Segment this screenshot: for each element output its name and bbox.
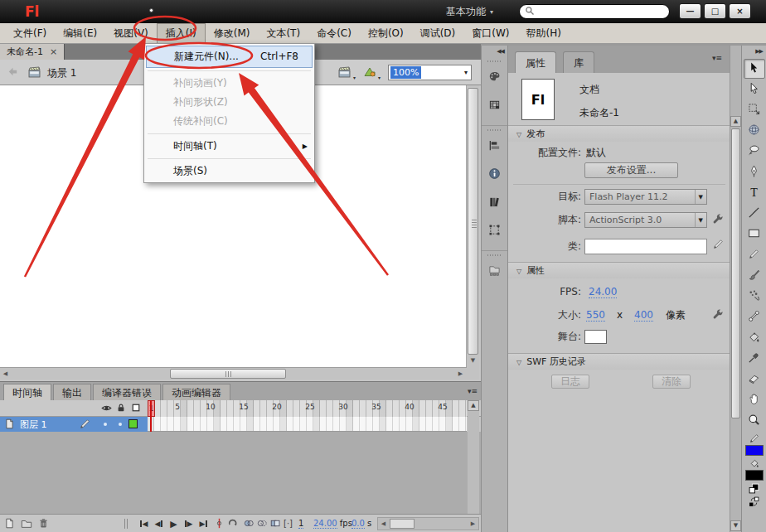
edit-symbols-icon[interactable] (363, 65, 377, 80)
menubar-item-2[interactable]: 视图(V) (105, 23, 157, 43)
brush-tool[interactable] (744, 266, 765, 286)
swatches-panel-button[interactable] (484, 95, 506, 117)
layer-outline-color-swatch[interactable] (128, 419, 138, 428)
class-input[interactable] (584, 239, 707, 254)
align-panel-button[interactable] (484, 136, 506, 157)
selection-tool[interactable] (744, 59, 765, 79)
zoom-tool[interactable] (744, 411, 765, 431)
3d-rotation-tool[interactable] (744, 121, 765, 141)
new-folder-button[interactable] (21, 518, 32, 532)
text-tool[interactable]: T (744, 183, 765, 203)
size-settings-wrench-icon[interactable] (712, 308, 724, 322)
playhead[interactable] (150, 400, 152, 433)
insert-menu-item-4[interactable]: 时间轴(T)▶ (146, 137, 313, 156)
target-dropdown[interactable]: Flash Player 11.2 ▼ (584, 189, 707, 205)
timeline-horizontal-scrollbar[interactable]: ◀ ▶ (377, 517, 479, 530)
info-panel-button[interactable] (484, 164, 506, 186)
size-width-value[interactable]: 550 (586, 307, 605, 323)
scroll-up-button[interactable]: ▲ (468, 400, 479, 411)
go-to-last-frame-button[interactable]: ▶ (196, 518, 211, 530)
panel-menu-icon[interactable]: ▾≡ (468, 387, 478, 395)
collapse-panel-icon[interactable]: ▶▶ (742, 46, 766, 58)
frame-ruler[interactable]: 51015202530354045 (148, 400, 467, 417)
bone-tool[interactable] (744, 307, 765, 327)
dock-gripper[interactable] (487, 129, 502, 131)
insert-menu-item-0[interactable]: 新建元件(N)...Ctrl+F8 (146, 46, 313, 68)
back-arrow-icon[interactable] (7, 65, 21, 80)
scroll-right-button[interactable]: ▶ (468, 519, 478, 530)
menubar-item-4[interactable]: 修改(M) (206, 23, 259, 43)
stroke-color-swatch[interactable] (745, 445, 764, 456)
size-height-value[interactable]: 400 (634, 307, 653, 323)
scroll-right-button[interactable]: ▶ (455, 369, 466, 380)
deco-tool[interactable] (744, 287, 765, 307)
layer-panel[interactable]: 图层 1 (0, 417, 148, 432)
modify-markers-icon[interactable]: [·] (284, 519, 293, 528)
loop-icon[interactable] (227, 518, 239, 531)
timeline-layer-row[interactable]: 图层 1 (0, 417, 481, 432)
menubar-item-5[interactable]: 文本(T) (258, 23, 308, 43)
subselection-tool[interactable] (744, 80, 765, 99)
center-frame-icon[interactable] (214, 518, 225, 531)
dock-gripper[interactable] (487, 60, 502, 62)
collapse-panel-icon[interactable]: ◀◀ (482, 46, 507, 57)
properties-section-header[interactable]: ▽属性 (508, 262, 730, 278)
step-back-button[interactable]: ◀ (152, 518, 166, 530)
properties-tab-1[interactable]: 库 (563, 51, 594, 73)
scroll-left-button[interactable]: ◀ (0, 369, 11, 380)
menubar-item-6[interactable]: 命令(C) (308, 23, 360, 43)
components-panel-button[interactable] (484, 261, 506, 283)
stage-color-swatch[interactable] (584, 330, 607, 344)
lock-layers-icon[interactable] (116, 403, 126, 415)
line-tool[interactable] (744, 204, 765, 224)
onion-skin-outlines-icon[interactable] (257, 518, 268, 531)
new-layer-button[interactable] (4, 518, 15, 531)
show-hide-layers-icon[interactable] (101, 403, 112, 416)
eyedropper-tool[interactable] (744, 349, 765, 369)
step-forward-button[interactable]: ▶ (182, 518, 196, 530)
menubar-item-7[interactable]: 控制(O) (360, 23, 412, 43)
log-button[interactable]: 日志 (551, 375, 589, 389)
timeline-tab-3[interactable]: 动画编辑器 (162, 384, 230, 400)
go-to-first-frame-button[interactable]: ◀ (137, 518, 151, 530)
elapsed-time-value[interactable]: 0.0 (351, 519, 365, 529)
scroll-left-button[interactable]: ◀ (378, 519, 389, 530)
motion-presets-panel-button[interactable] (484, 192, 506, 214)
edit-scene-icon[interactable] (338, 65, 352, 80)
menubar-item-9[interactable]: 窗口(W) (463, 23, 517, 43)
dock-gripper[interactable] (487, 254, 502, 256)
edit-multiple-frames-icon[interactable] (270, 518, 281, 531)
properties-tab-0[interactable]: 属性 (515, 51, 556, 73)
menubar-item-3[interactable]: 插入(I) (157, 23, 206, 43)
publish-settings-button[interactable]: 发布设置... (584, 162, 678, 178)
workspace-switcher[interactable]: 基本功能 ▾ (446, 5, 493, 19)
frame-rate-value[interactable]: 24.00 (313, 519, 337, 529)
menubar-item-8[interactable]: 调试(D) (412, 23, 464, 43)
close-button[interactable]: × (729, 3, 751, 19)
panel-menu-icon[interactable]: ▾≡ (712, 54, 722, 62)
properties-scrollbar[interactable]: ▲ ▼ (730, 46, 741, 532)
hand-tool[interactable] (744, 390, 765, 410)
menubar-item-0[interactable]: 文件(F) (5, 23, 55, 43)
insert-menu-item-5[interactable]: 场景(S) (146, 162, 313, 181)
onion-skin-icon[interactable] (244, 518, 255, 531)
free-transform-tool[interactable] (744, 100, 765, 120)
scrollbar-thumb[interactable] (468, 88, 478, 355)
swap-colors-icon[interactable] (744, 496, 765, 507)
swf-history-section-header[interactable]: ▽SWF 历史记录 (508, 353, 730, 370)
panel-divider-grip[interactable] (124, 519, 129, 529)
layer-frames[interactable] (148, 417, 467, 432)
timeline-tab-2[interactable]: 编译器错误 (93, 384, 161, 400)
script-dropdown[interactable]: ActionScript 3.0 ▼ (584, 212, 707, 228)
script-settings-wrench-icon[interactable] (712, 213, 724, 227)
pencil-tool[interactable] (744, 245, 765, 265)
document-tab[interactable]: 未命名-1 × (0, 44, 65, 60)
timeline-tab-0[interactable]: 时间轴 (3, 384, 51, 400)
layer-lock-dot[interactable] (119, 423, 122, 426)
play-button[interactable]: ▶ (167, 518, 181, 530)
menubar-item-1[interactable]: 编辑(E) (55, 23, 105, 43)
transform-panel-button[interactable] (484, 220, 506, 242)
menubar-item-10[interactable]: 帮助(H) (518, 23, 570, 43)
insert-menu-item-1[interactable]: 补间动画(Y) (146, 74, 313, 93)
search-input[interactable] (519, 4, 670, 19)
